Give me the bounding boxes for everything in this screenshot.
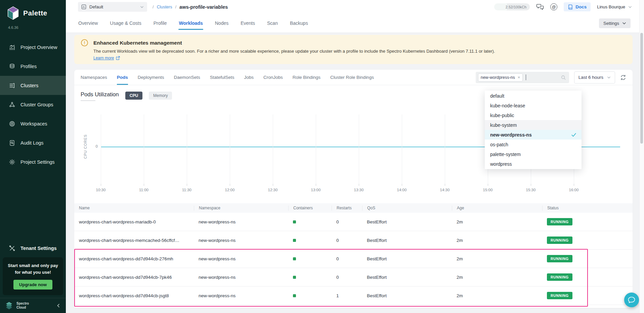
y-axis-zero-label: 0 [91, 144, 98, 148]
chevron-left-icon [56, 304, 60, 308]
project-selector[interactable]: Default [78, 2, 147, 12]
settings-button[interactable]: Settings [599, 18, 631, 28]
brand-name: Palette [23, 9, 47, 17]
pod-qos: BestEffort [362, 275, 452, 280]
audit-logs-icon [9, 140, 15, 146]
dropdown-item-kube-public[interactable]: kube-public [485, 110, 582, 120]
tab-workloads[interactable]: Workloads [178, 19, 203, 28]
x-tick-label: 13:30 [354, 188, 364, 192]
dropdown-item-new-wordpress-ns[interactable]: new-wordpress-ns [485, 130, 582, 140]
breadcrumb-link-clusters[interactable]: Clusters [157, 5, 172, 9]
feedback-button[interactable] [536, 3, 544, 10]
project-settings-icon [9, 159, 15, 165]
subtab-jobs[interactable]: Jobs [244, 70, 254, 85]
sidebar-item-cluster-groups[interactable]: Cluster Groups [0, 95, 66, 114]
collapse-sidebar-button[interactable] [56, 304, 60, 308]
x-tick-label: 15:30 [526, 188, 536, 192]
tab-overview[interactable]: Overview [78, 19, 98, 28]
sidebar-item-audit-logs[interactable]: Audit Logs [0, 133, 66, 152]
dropdown-item-os-patch[interactable]: os-patch [485, 140, 582, 149]
dropdown-item-kube-system[interactable]: kube-system [485, 120, 582, 130]
table-row[interactable]: wordpress-chart-wordpress-dd7d944cb-7pk4… [74, 268, 633, 286]
promo-text: Start small and only pay for what you us… [5, 262, 60, 275]
subtab-daemonsets[interactable]: DaemonSets [174, 70, 200, 85]
container-indicator [293, 257, 296, 260]
table-row[interactable]: wordpress-chart-wordpress-mariadb-0new-w… [74, 213, 633, 231]
scrollbar-thumb[interactable] [640, 33, 643, 144]
table-row[interactable]: wordpress-chart-wordpress-dd7d944cb-276m… [74, 250, 633, 268]
dropdown-item-label: kube-system [490, 122, 517, 128]
column-header-status: Status [542, 206, 633, 211]
external-link-icon [116, 56, 120, 60]
docs-button[interactable]: Docs [564, 2, 591, 11]
refresh-button[interactable] [620, 74, 626, 81]
namespace-filter-input[interactable]: new-wordpress-ns × [476, 72, 569, 83]
chat-fab[interactable] [624, 293, 639, 307]
learn-more-link[interactable]: Learn more [93, 56, 120, 60]
sidebar-item-label: Tenant Settings [20, 246, 57, 251]
cpu-toggle[interactable]: CPU [125, 92, 142, 100]
x-tick-label: 11:00 [139, 188, 148, 192]
subtab-statefulsets[interactable]: StatefulSets [210, 70, 234, 85]
table-header: NameNamespaceContainersRestartsQoSAgeSta… [74, 203, 633, 213]
upgrade-promo: Start small and only pay for what you us… [3, 257, 63, 295]
pod-age: 2m [452, 219, 542, 224]
pod-namespace: new-wordpress-ns [194, 238, 288, 243]
sidebar-item-label: Audit Logs [20, 140, 44, 146]
pod-containers [288, 256, 332, 261]
pod-restarts: 0 [332, 219, 362, 224]
dropdown-item-palette-system[interactable]: palette-system [485, 149, 582, 159]
pod-qos: BestEffort [362, 293, 452, 298]
time-range-select[interactable]: Last 6 hours [574, 71, 615, 84]
subtab-role-bindings[interactable]: Role Bindings [293, 70, 320, 85]
chart-gridline [187, 114, 187, 184]
project-selector-value: Default [89, 4, 103, 9]
scrollbar[interactable] [639, 0, 644, 313]
breadcrumb-current: aws-profile-variables [179, 4, 228, 10]
sidebar-item-project-settings[interactable]: Project Settings [0, 152, 66, 171]
learn-more-label: Learn more [93, 56, 114, 60]
table-row[interactable]: wordpress-chart-wordpress-dd7d944cb-jsgt… [74, 286, 633, 305]
status-badge: RUNNING [547, 292, 572, 299]
pod-containers [288, 275, 332, 280]
sidebar-footer: Spectro Cloud [0, 298, 66, 313]
subtab-cluster-role-bindings[interactable]: Cluster Role Bindings [330, 70, 374, 85]
tab-scan[interactable]: Scan [267, 19, 278, 28]
tab-profile[interactable]: Profile [153, 19, 167, 28]
remove-tag-button[interactable]: × [518, 75, 520, 80]
sidebar-item-workspaces[interactable]: Workspaces [0, 114, 66, 133]
workspaces-icon [9, 120, 15, 127]
subtab-cronjobs[interactable]: CronJobs [263, 70, 283, 85]
cluster-groups-icon [9, 101, 15, 108]
support-button[interactable]: @ [550, 3, 557, 10]
tab-nodes[interactable]: Nodes [215, 19, 229, 28]
pod-status: RUNNING [542, 218, 633, 225]
user-menu[interactable]: Linus Bourque [597, 4, 632, 9]
pod-namespace: new-wordpress-ns [194, 219, 288, 224]
tab-usage-costs[interactable]: Usage & Costs [110, 19, 141, 28]
sidebar-item-profiles[interactable]: Profiles [0, 57, 66, 76]
subtab-pods[interactable]: Pods [117, 70, 128, 85]
dropdown-item-default[interactable]: default [485, 91, 582, 101]
status-badge: RUNNING [547, 237, 572, 244]
sidebar-item-project-overview[interactable]: Project Overview [0, 38, 66, 57]
time-range-value: Last 6 hours [578, 75, 603, 80]
memory-toggle[interactable]: Memory [149, 92, 172, 100]
column-header-name: Name [74, 206, 194, 211]
chart-gridline [273, 114, 273, 184]
chart-gridline [316, 114, 316, 184]
dropdown-item-wordpress[interactable]: wordpress [485, 159, 582, 169]
tab-events[interactable]: Events [240, 19, 255, 28]
sidebar-item-clusters[interactable]: Clusters [0, 76, 66, 95]
y-axis-label: CPU CORES [83, 113, 89, 180]
dropdown-item-kube-node-lease[interactable]: kube-node-lease [485, 101, 582, 110]
pod-restarts: 0 [332, 256, 362, 261]
tab-backups[interactable]: Backups [290, 19, 308, 28]
upgrade-now-button[interactable]: Upgrade now [13, 280, 52, 290]
sidebar-item-tenant-settings[interactable]: Tenant Settings [0, 241, 66, 256]
pod-name: wordpress-chart-wordpress-dd7d944cb-jsgt… [74, 293, 194, 298]
subtab-deployments[interactable]: Deployments [138, 70, 164, 85]
subtab-namespaces[interactable]: Namespaces [81, 70, 107, 85]
pod-restarts: 0 [332, 275, 362, 280]
table-row[interactable]: wordpress-chart-wordpress-memcached-56cf… [74, 231, 633, 250]
